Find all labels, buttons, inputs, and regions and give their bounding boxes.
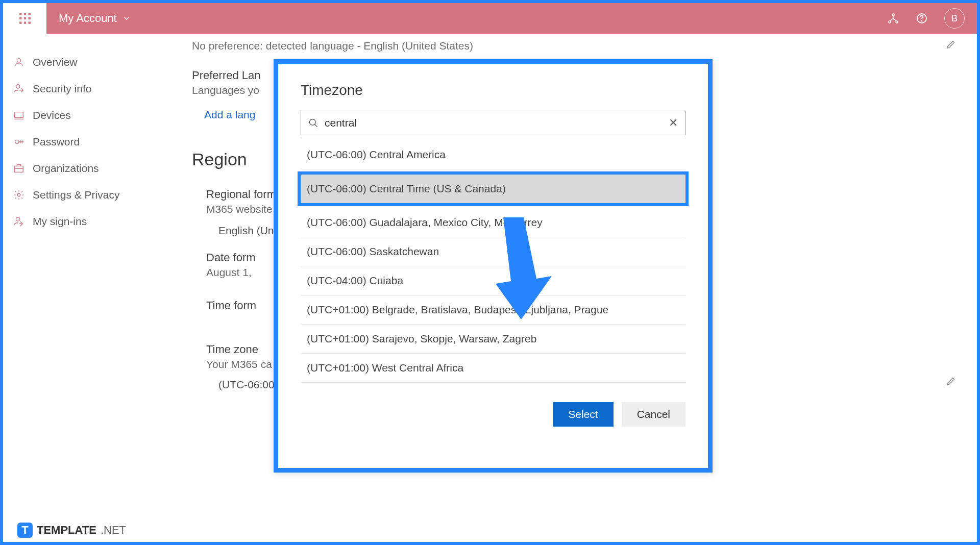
timezone-dialog: Timezone ✕ (UTC-06:00) Central America (… (274, 59, 713, 473)
svg-rect-16 (15, 112, 23, 118)
svg-point-9 (892, 14, 894, 16)
clear-search-button[interactable]: ✕ (669, 116, 678, 130)
org-icon[interactable] (887, 12, 899, 24)
timezone-option[interactable]: (UTC+01:00) West Central Africa (301, 354, 685, 383)
sidebar-item-settings[interactable]: Settings & Privacy (3, 182, 172, 208)
svg-point-21 (310, 119, 316, 126)
sidebar-item-organizations[interactable]: Organizations (3, 155, 172, 182)
app-launcher-button[interactable] (3, 3, 46, 34)
dialog-buttons: Select Cancel (301, 402, 685, 427)
sidebar-item-label: Devices (33, 109, 71, 121)
page-title: My Account (59, 12, 117, 25)
timezone-option-highlighted[interactable]: (UTC-06:00) Central Time (US & Canada) (298, 171, 689, 206)
sidebar-item-label: My sign-ins (33, 215, 87, 228)
timezone-list: (UTC-06:00) Central America (UTC-06:00) … (301, 140, 685, 383)
svg-point-17 (15, 140, 19, 143)
svg-rect-0 (19, 13, 21, 15)
svg-rect-4 (23, 17, 26, 19)
edit-timezone-button[interactable] (945, 376, 957, 389)
svg-point-19 (17, 193, 20, 196)
account-dropdown[interactable]: My Account (59, 12, 131, 25)
timezone-option[interactable]: (UTC-06:00) Saskatchewan (301, 237, 685, 266)
timezone-option[interactable]: (UTC-06:00) Guadalajara, Mexico City, Mo… (301, 208, 685, 237)
timezone-option[interactable]: (UTC+01:00) Sarajevo, Skopje, Warsaw, Za… (301, 325, 685, 354)
sidebar-item-password[interactable]: Password (3, 129, 172, 155)
sidebar-item-security[interactable]: Security info (3, 76, 172, 102)
select-button[interactable]: Select (553, 402, 613, 427)
topbar: My Account B (46, 3, 977, 34)
watermark: T TEMPLATE.NET (17, 523, 126, 538)
svg-rect-6 (19, 22, 21, 24)
svg-point-10 (889, 21, 891, 23)
timezone-option[interactable]: (UTC-06:00) Central America (301, 140, 685, 169)
sidebar-item-overview[interactable]: Overview (3, 49, 172, 76)
sidebar-item-label: Organizations (33, 162, 99, 175)
avatar-initial: B (951, 13, 958, 24)
add-language-link[interactable]: Add a lang (204, 109, 255, 121)
svg-point-20 (16, 217, 20, 221)
sidebar-item-signins[interactable]: My sign-ins (3, 208, 172, 235)
search-row: ✕ (301, 111, 685, 135)
search-icon (308, 118, 318, 128)
svg-rect-7 (23, 22, 26, 24)
timezone-option[interactable]: (UTC+01:00) Belgrade, Bratislava, Budape… (301, 295, 685, 325)
svg-point-14 (17, 59, 20, 62)
svg-rect-8 (28, 22, 30, 24)
topbar-actions: B (887, 8, 965, 29)
sidebar-item-devices[interactable]: Devices (3, 102, 172, 129)
waffle-icon (18, 12, 32, 25)
app-frame: My Account B Overview Security info Devi… (3, 3, 977, 542)
chevron-down-icon (122, 14, 131, 23)
sidebar-item-label: Security info (33, 83, 92, 95)
avatar[interactable]: B (944, 8, 965, 29)
timezone-search-input[interactable] (325, 117, 663, 129)
svg-point-13 (922, 21, 922, 21)
header: My Account B (3, 3, 977, 34)
sidebar-item-label: Overview (33, 56, 78, 68)
svg-rect-18 (15, 166, 23, 172)
svg-point-15 (16, 85, 20, 88)
sidebar: Overview Security info Devices Password … (3, 34, 172, 542)
svg-rect-5 (28, 17, 30, 19)
dialog-title: Timezone (301, 82, 685, 98)
detected-language-text: No preference: detected language - Engli… (192, 40, 473, 52)
watermark-suffix: .NET (101, 524, 126, 537)
svg-rect-1 (23, 13, 26, 15)
sidebar-item-label: Password (33, 136, 80, 148)
svg-rect-2 (28, 13, 30, 15)
sidebar-item-label: Settings & Privacy (33, 189, 119, 201)
svg-point-11 (896, 21, 898, 23)
svg-rect-3 (19, 17, 21, 19)
help-icon[interactable] (916, 12, 928, 24)
watermark-icon: T (17, 523, 33, 538)
cancel-button[interactable]: Cancel (622, 402, 685, 427)
edit-language-button[interactable] (945, 39, 957, 53)
timezone-option[interactable]: (UTC-04:00) Cuiaba (301, 266, 685, 295)
watermark-brand: TEMPLATE (37, 524, 96, 537)
